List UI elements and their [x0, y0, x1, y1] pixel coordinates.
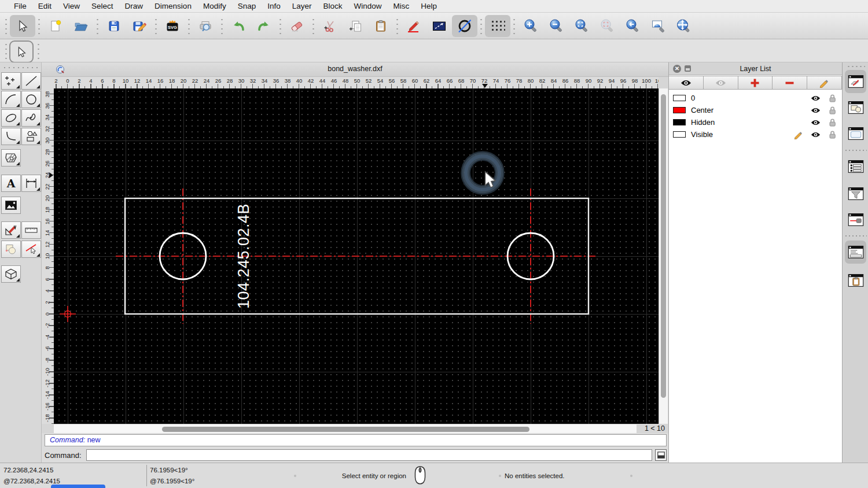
laser-dock-button[interactable] — [845, 208, 866, 231]
block-list-dock-button[interactable] — [845, 96, 866, 119]
modify-tool-button[interactable] — [1, 221, 21, 239]
ruler-label: 16 — [155, 77, 166, 84]
filter-dock-button[interactable] — [845, 182, 866, 205]
layer-visibility-toggle[interactable] — [810, 131, 821, 138]
polyline-tool-button[interactable] — [1, 128, 21, 145]
text-tool-button[interactable]: A — [1, 175, 21, 192]
library-browser-dock-button[interactable] — [845, 122, 866, 145]
horizontal-scrollbar[interactable] — [54, 424, 637, 433]
zoom-auto-button[interactable] — [569, 15, 594, 37]
zoom-in-button[interactable] — [518, 15, 543, 37]
vertical-scrollbar-thumb[interactable] — [661, 94, 666, 398]
layer-color-swatch[interactable] — [673, 107, 686, 113]
menu-snap[interactable]: Snap — [232, 2, 262, 10]
layer-row-visible[interactable]: Visible — [669, 128, 842, 141]
clipboard-dock-button[interactable] — [845, 269, 866, 292]
select-tool-button[interactable] — [10, 15, 35, 37]
copy-button[interactable] — [343, 15, 368, 37]
svg-export-button[interactable]: SVG — [160, 15, 185, 37]
layer-row-center[interactable]: Center — [669, 104, 842, 116]
menu-misc[interactable]: Misc — [388, 2, 415, 10]
layer-visibility-toggle[interactable] — [810, 119, 821, 126]
line-attributes-button[interactable] — [426, 15, 452, 37]
undo-button[interactable] — [226, 15, 251, 37]
zoom-previous-button[interactable] — [620, 15, 645, 37]
points-tool-button[interactable] — [1, 72, 21, 90]
new-document-button[interactable] — [43, 15, 68, 37]
layer-lock-toggle[interactable] — [826, 118, 838, 127]
circle-slash-button[interactable] — [452, 15, 477, 37]
order-tool-button[interactable] — [1, 241, 21, 258]
image-tool-button[interactable] — [1, 197, 21, 214]
drawing-window-titlebar[interactable]: bond_washer.dxf — [42, 62, 668, 77]
menu-draw[interactable]: Draw — [119, 2, 149, 10]
polygon-shapes-tool-button[interactable] — [21, 128, 41, 145]
command-line-dock-button[interactable] — [845, 241, 866, 264]
drawing-canvas[interactable]: 104.245.02.4B — [54, 88, 659, 424]
layer-lock-toggle[interactable] — [826, 130, 838, 139]
save-as-button[interactable] — [127, 15, 152, 37]
zoom-select-button[interactable] — [594, 15, 620, 37]
print-preview-button[interactable] — [193, 15, 218, 37]
pen-attributes-button[interactable] — [401, 15, 426, 37]
measure-tool-button[interactable] — [21, 221, 41, 239]
ruler-label: -2 — [42, 320, 53, 331]
ruler-label: 72 — [479, 77, 490, 84]
menu-modify[interactable]: Modify — [197, 2, 232, 10]
edit-layer-button[interactable] — [807, 76, 842, 90]
block-tool-button[interactable] — [1, 265, 21, 283]
layer-color-swatch[interactable] — [673, 119, 686, 125]
layer-list-dock-button[interactable] — [845, 70, 866, 93]
menu-block[interactable]: Block — [318, 2, 348, 10]
cut-button[interactable] — [317, 15, 343, 37]
menu-edit[interactable]: Edit — [32, 2, 57, 10]
new-document-icon — [49, 19, 62, 33]
layer-row-0[interactable]: 0 — [669, 92, 842, 104]
menu-dimension[interactable]: Dimension — [149, 2, 197, 10]
zoom-window-button[interactable] — [645, 15, 671, 37]
zoom-pan-button[interactable] — [671, 15, 696, 37]
keyboard-toggle-button[interactable] — [655, 449, 667, 461]
layer-lock-toggle[interactable] — [826, 94, 838, 102]
add-layer-button[interactable] — [738, 76, 773, 90]
layer-color-swatch[interactable] — [673, 131, 686, 138]
layer-color-swatch[interactable] — [673, 95, 686, 101]
menu-layer[interactable]: Layer — [286, 2, 318, 10]
vertical-scrollbar[interactable] — [659, 88, 668, 424]
select-entity-tool-button[interactable] — [21, 241, 41, 258]
delete-button[interactable] — [284, 15, 310, 37]
remove-layer-button[interactable] — [772, 76, 807, 90]
hide-all-layers-button[interactable] — [703, 76, 738, 90]
paste-button[interactable] — [368, 15, 393, 37]
show-all-layers-button[interactable] — [668, 76, 704, 90]
spline-tool-button[interactable] — [21, 109, 41, 127]
redo-button[interactable] — [251, 15, 277, 37]
open-file-button[interactable] — [68, 15, 94, 37]
menu-help[interactable]: Help — [415, 2, 443, 10]
layer-row-hidden[interactable]: Hidden — [669, 116, 842, 128]
save-button[interactable] — [101, 15, 127, 37]
menu-view[interactable]: View — [57, 2, 86, 10]
ruler-icon — [24, 224, 38, 236]
hatch-tool-button[interactable] — [1, 149, 21, 167]
undo-icon — [231, 19, 246, 33]
current-tool-select-button[interactable] — [9, 40, 34, 63]
ellipse-tool-button[interactable] — [1, 109, 21, 127]
layer-visibility-toggle[interactable] — [810, 107, 821, 114]
menu-window[interactable]: Window — [348, 2, 388, 10]
zoom-out-button[interactable] — [543, 15, 569, 37]
eye-off-icon — [715, 79, 726, 87]
circle-tool-button[interactable] — [21, 91, 41, 108]
layer-lock-toggle[interactable] — [826, 106, 838, 114]
menu-select[interactable]: Select — [86, 2, 119, 10]
command-input[interactable] — [86, 449, 652, 461]
arc-tool-button[interactable] — [1, 91, 21, 108]
line-tool-button[interactable] — [21, 72, 41, 90]
entity-list-dock-button[interactable] — [845, 155, 866, 178]
grid-toggle-button[interactable] — [485, 15, 510, 37]
layer-visibility-toggle[interactable] — [810, 95, 821, 102]
menu-info[interactable]: Info — [262, 2, 286, 10]
menu-file[interactable]: File — [8, 2, 32, 10]
horizontal-scrollbar-thumb[interactable] — [162, 427, 529, 432]
dimension-tool-button[interactable] — [21, 175, 41, 192]
